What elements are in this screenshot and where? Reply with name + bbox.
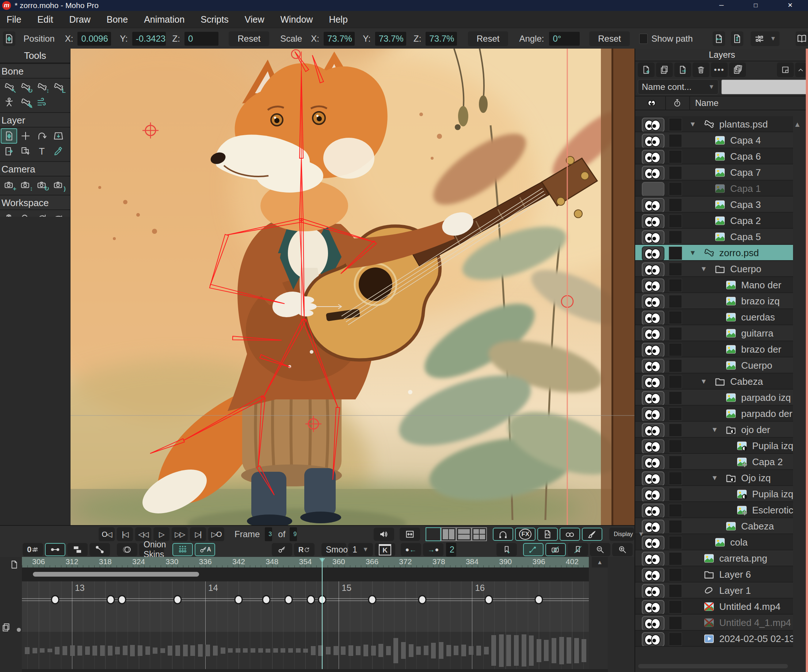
angle-field[interactable]: 0°	[549, 32, 580, 46]
interp-linear-button[interactable]	[45, 543, 65, 556]
cycle-count-field[interactable]: 2	[446, 543, 456, 557]
reset-channel-button[interactable]: R	[294, 543, 314, 556]
layer-row-cuerpo[interactable]: Cuerpo	[635, 358, 793, 373]
layer-timing-cell[interactable]	[669, 263, 682, 276]
fx-toggle-button[interactable]: FX	[515, 528, 536, 541]
maximize-button[interactable]: □	[747, 0, 764, 11]
layer-visibility-button[interactable]	[642, 568, 664, 582]
layer-more-button[interactable]: •••	[711, 62, 728, 77]
layer-visibility-button[interactable]	[642, 246, 664, 261]
layer-visibility-button[interactable]	[642, 391, 664, 406]
layer-timing-cell[interactable]	[669, 504, 682, 517]
cycle-forward-button[interactable]: →●	[423, 543, 444, 556]
layer-row-ojo-der[interactable]: ▼ojo der	[635, 422, 793, 438]
layer-row-parpado-izq[interactable]: parpado izq	[635, 389, 793, 406]
tool-layer-sink[interactable]	[50, 128, 67, 144]
layer-row-plantas-psd[interactable]: ▼plantas.psd	[635, 116, 793, 132]
layer-visibility-button[interactable]	[642, 600, 664, 615]
layer-visibility-button[interactable]	[642, 552, 664, 567]
rewind-button[interactable]: ◁◁	[135, 527, 151, 541]
layer-timing-cell[interactable]	[669, 391, 682, 405]
menu-file[interactable]: File	[7, 14, 21, 25]
interpolation-dropdown[interactable]: Smooth ▼	[321, 543, 346, 556]
layer-row-guitarra[interactable]: guitarra	[635, 325, 793, 341]
layer-visibility-button[interactable]	[642, 230, 664, 245]
layer-visibility-button[interactable]	[642, 632, 664, 647]
scale-z-field[interactable]: 73.7%	[426, 32, 457, 46]
layer-timing-cell[interactable]	[669, 408, 682, 421]
frame-field[interactable]: 357	[265, 527, 272, 541]
tool-add-tool[interactable]	[17, 128, 33, 144]
layer-visibility-button[interactable]	[642, 343, 664, 358]
fast-forward-button[interactable]: ▷▷	[172, 527, 188, 541]
play-button[interactable]: ▷	[154, 527, 170, 541]
position-y-field[interactable]: -0.3423	[132, 32, 166, 46]
layer-visibility-button[interactable]	[642, 520, 664, 534]
scale-reset-button[interactable]: Reset	[468, 32, 509, 46]
onion-skin-button[interactable]	[117, 543, 137, 556]
step-start-button[interactable]: |◁	[117, 527, 133, 541]
layer-timing-cell[interactable]	[669, 118, 682, 131]
layer-visibility-button[interactable]	[642, 311, 664, 325]
layer-timing-cell[interactable]	[669, 536, 682, 549]
layer-visibility-button[interactable]	[642, 375, 664, 389]
layer-row-capa-4[interactable]: Capa 4	[635, 132, 793, 148]
menu-animation[interactable]: Animation	[144, 14, 184, 25]
jump-start-button[interactable]: O◁	[98, 527, 115, 541]
menu-view[interactable]: View	[245, 14, 264, 25]
layer-row-capa-3[interactable]: Capa 3	[635, 197, 793, 213]
timeline-zoom-in-button[interactable]	[612, 543, 633, 556]
layout-columns-button[interactable]	[441, 527, 456, 541]
close-button[interactable]: ✕	[782, 0, 798, 11]
layer-row-layer-6[interactable]: Layer 6	[635, 567, 793, 582]
layer-visibility-button[interactable]	[642, 262, 664, 277]
layout-grid-button[interactable]	[472, 527, 487, 541]
layer-timing-cell[interactable]	[669, 279, 682, 292]
onion-skins-dropdown[interactable]: Onion Skins ▼	[139, 543, 164, 556]
audio-waveform-track[interactable]	[22, 632, 589, 669]
layer-visibility-button[interactable]	[642, 359, 664, 373]
fit-width-button[interactable]	[713, 32, 725, 46]
expand-arrow-icon[interactable]: ▼	[700, 265, 707, 273]
tool-pan-tilt-camera[interactable]: )	[50, 177, 67, 192]
layer-timing-cell[interactable]	[669, 520, 682, 533]
layer-row-untitled-4-1-mp4[interactable]: Untitled 4_1.mp4	[635, 615, 793, 631]
layer-timing-cell[interactable]	[669, 199, 682, 212]
position-z-field[interactable]: 0	[184, 32, 219, 46]
layer-visibility-button[interactable]	[642, 150, 664, 164]
layer-row-carreta-png[interactable]: carreta.png	[635, 550, 793, 567]
new-layer-button[interactable]	[638, 62, 654, 77]
fit-timeline-button[interactable]	[400, 528, 420, 541]
canvas-viewport[interactable]	[70, 48, 634, 525]
keyframe-track[interactable]: 13141516	[22, 582, 589, 632]
expand-arrow-icon[interactable]: ▼	[711, 426, 718, 434]
layer-row-cola[interactable]: cola	[635, 534, 793, 550]
keyframe-dot[interactable]	[307, 595, 315, 604]
layer-row-ojo-izq[interactable]: ▼Ojo izq	[635, 470, 793, 486]
interp-step-button[interactable]	[67, 543, 88, 556]
layer-row-layer-1[interactable]: Layer 1	[635, 582, 793, 598]
tool-rotate-bone[interactable]: ↻	[17, 79, 33, 95]
layer-timing-cell[interactable]	[669, 343, 682, 356]
keyframe-dot[interactable]	[285, 595, 293, 604]
layer-timing-cell[interactable]	[669, 440, 682, 453]
layers-scroll-up-icon[interactable]: ▲	[791, 118, 804, 130]
tool-select-bone[interactable]: ↖	[1, 79, 17, 95]
tool-bone-dynamics[interactable]	[33, 95, 50, 110]
display-dropdown[interactable]: Display ▼	[609, 528, 634, 541]
audio-mute-button[interactable]	[374, 528, 394, 541]
keyframe-dot[interactable]	[262, 595, 270, 604]
layer-timing-cell[interactable]	[669, 231, 682, 244]
relative-frames-button[interactable]: 0	[23, 543, 43, 556]
layers-horizontal-scrollbar[interactable]	[638, 664, 788, 669]
cycle-back-button[interactable]: ●←	[401, 543, 421, 556]
keyframe-dot[interactable]	[418, 595, 426, 604]
layer-timing-cell[interactable]	[669, 456, 682, 469]
layer-timing-cell[interactable]	[669, 247, 682, 260]
hide-markers-button[interactable]	[568, 543, 588, 556]
scale-y-field[interactable]: 73.7%	[375, 32, 406, 46]
layer-visibility-button[interactable]	[642, 616, 664, 631]
layer-row-cuerpo[interactable]: ▼Cuerpo	[635, 261, 793, 277]
menu-bone[interactable]: Bone	[107, 14, 128, 25]
layer-timing-cell[interactable]	[669, 311, 682, 324]
